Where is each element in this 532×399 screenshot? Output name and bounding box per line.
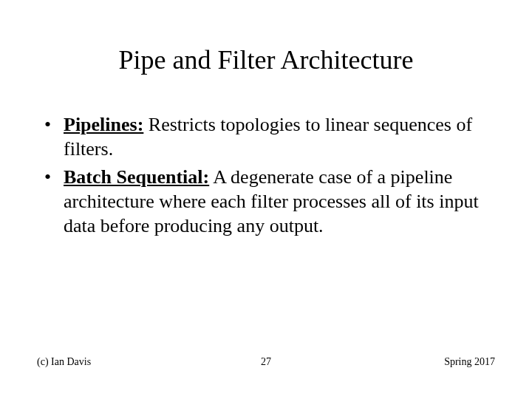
footer-right: Spring 2017 bbox=[444, 356, 495, 368]
slide-footer: (c) Ian Davis 27 Spring 2017 bbox=[0, 356, 532, 368]
footer-page-number: 27 bbox=[261, 356, 271, 368]
bullet-term: Pipelines: bbox=[64, 114, 143, 135]
list-item: Pipelines: Restricts topologies to linea… bbox=[64, 112, 495, 162]
bullet-list: Pipelines: Restricts topologies to linea… bbox=[37, 112, 495, 238]
slide-title: Pipe and Filter Architecture bbox=[37, 44, 495, 75]
list-item: Batch Sequential: A degenerate case of a… bbox=[64, 165, 495, 239]
footer-left: (c) Ian Davis bbox=[37, 356, 91, 368]
bullet-term: Batch Sequential: bbox=[64, 166, 209, 188]
